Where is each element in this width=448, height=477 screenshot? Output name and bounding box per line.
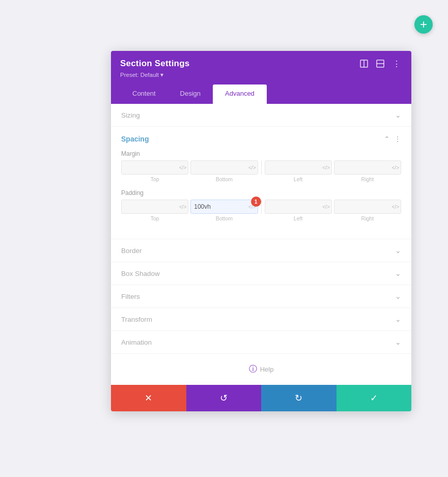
animation-title: Animation [121, 339, 152, 346]
panel-header-top: Section Settings ⋮ [120, 58, 402, 69]
transform-title: Transform [121, 316, 152, 323]
padding-right-input[interactable] [334, 200, 401, 214]
panel-body: Sizing ⌄ Spacing ⌃ ⋮ Margin [111, 104, 411, 385]
resize-icon[interactable] [358, 58, 370, 69]
margin-left-code-icon[interactable]: </> [322, 165, 329, 171]
margin-bottom-unit: </> Bottom [190, 160, 258, 182]
cancel-button[interactable]: ✕ [111, 385, 186, 411]
border-chevron-icon: ⌄ [395, 246, 401, 255]
margin-bottom-label: Bottom [216, 176, 233, 182]
padding-top-input[interactable] [121, 200, 188, 214]
margin-left-input-wrap: </> [265, 160, 332, 175]
box-shadow-section-row[interactable]: Box Shadow ⌄ [111, 262, 411, 285]
padding-right-unit: </> Right [334, 200, 401, 221]
redo-button[interactable]: ↻ [261, 385, 337, 411]
animation-section-row[interactable]: Animation ⌄ [111, 331, 411, 354]
panel-preset[interactable]: Preset: Default ▾ [120, 71, 402, 78]
margin-group: Margin </> Top </> [121, 150, 401, 182]
spacing-section: Spacing ⌃ ⋮ Margin </> Top [111, 127, 411, 239]
margin-top-input-wrap: </> [121, 160, 188, 175]
margin-left-unit: </> Left [265, 160, 332, 182]
tab-design[interactable]: Design [168, 85, 213, 104]
panel-title: Section Settings [120, 59, 189, 69]
animation-chevron-icon: ⌄ [395, 338, 401, 346]
padding-bottom-input[interactable] [190, 200, 258, 214]
save-icon: ✓ [370, 392, 378, 404]
help-row: ⓘ Help [111, 354, 411, 385]
padding-right-code-icon[interactable]: </> [392, 204, 399, 210]
cancel-icon: ✕ [145, 392, 152, 404]
margin-top-input[interactable] [121, 160, 188, 175]
padding-top-label: Top [151, 215, 159, 221]
padding-right-input-wrap: </> [334, 200, 401, 214]
padding-label: Padding [121, 189, 401, 197]
border-section-row[interactable]: Border ⌄ [111, 239, 411, 262]
spacing-title: Spacing [121, 135, 149, 143]
help-icon[interactable]: ⓘ [249, 364, 257, 375]
margin-right-input-wrap: </> [334, 160, 401, 175]
spacing-header-icons: ⌃ ⋮ [384, 135, 401, 143]
margin-fields-row: </> Top </> Bottom [121, 160, 401, 182]
margin-right-input[interactable] [334, 160, 401, 175]
footer-buttons: ✕ ↺ ↻ ✓ [111, 385, 411, 411]
tab-content[interactable]: Content [120, 85, 168, 104]
padding-left-code-icon[interactable]: </> [322, 204, 329, 210]
margin-right-label: Right [361, 176, 374, 182]
margin-right-code-icon[interactable]: </> [392, 165, 399, 171]
padding-top-input-wrap: </> [121, 200, 188, 214]
padding-bottom-badge: 1 [251, 197, 261, 207]
redo-icon: ↻ [295, 392, 302, 404]
border-title: Border [121, 247, 142, 255]
padding-top-unit: </> Top [121, 200, 188, 221]
spacing-collapse-icon[interactable]: ⌃ [384, 135, 390, 143]
plus-icon: + [420, 17, 427, 32]
more-icon[interactable]: ⋮ [391, 58, 402, 69]
box-shadow-title: Box Shadow [121, 270, 160, 277]
padding-bottom-input-wrap: </> 1 [190, 200, 258, 214]
filters-title: Filters [121, 293, 140, 300]
padding-right-label: Right [361, 215, 374, 221]
margin-label: Margin [121, 150, 401, 157]
padding-left-label: Left [294, 215, 303, 221]
padding-fields-row: </> Top </> 1 Bottom [121, 200, 401, 221]
margin-top-unit: </> Top [121, 160, 188, 182]
filters-section-row[interactable]: Filters ⌄ [111, 285, 411, 308]
undo-icon: ↺ [220, 392, 228, 404]
panel-header: Section Settings ⋮ Preset: Default ▾ [111, 51, 411, 104]
padding-divider [261, 200, 262, 214]
margin-bottom-code-icon[interactable]: </> [248, 165, 256, 171]
padding-group: Padding </> Top </> [121, 189, 401, 221]
sizing-section-row[interactable]: Sizing ⌄ [111, 104, 411, 127]
margin-right-unit: </> Right [334, 160, 401, 182]
fab-plus-button[interactable]: + [414, 15, 433, 34]
spacing-header: Spacing ⌃ ⋮ [121, 135, 401, 143]
settings-panel: Section Settings ⋮ Preset: Default ▾ [111, 51, 411, 411]
padding-left-input-wrap: </> [265, 200, 332, 214]
margin-divider [261, 160, 262, 175]
padding-left-unit: </> Left [265, 200, 332, 221]
sizing-title: Sizing [121, 111, 140, 119]
transform-chevron-icon: ⌄ [395, 315, 401, 323]
split-icon[interactable] [375, 58, 386, 69]
undo-button[interactable]: ↺ [186, 385, 262, 411]
tab-advanced[interactable]: Advanced [213, 85, 267, 104]
transform-section-row[interactable]: Transform ⌄ [111, 308, 411, 331]
margin-bottom-input[interactable] [190, 160, 258, 175]
margin-left-input[interactable] [265, 160, 332, 175]
spacing-more-icon[interactable]: ⋮ [394, 135, 401, 143]
margin-bottom-input-wrap: </> [190, 160, 258, 175]
tabs-container: Content Design Advanced [120, 85, 402, 104]
padding-top-code-icon[interactable]: </> [179, 204, 186, 210]
box-shadow-chevron-icon: ⌄ [395, 269, 401, 277]
padding-bottom-unit: </> 1 Bottom [190, 200, 258, 221]
margin-left-label: Left [294, 176, 303, 182]
margin-top-code-icon[interactable]: </> [179, 165, 186, 171]
save-button[interactable]: ✓ [337, 385, 412, 411]
margin-top-label: Top [151, 176, 159, 182]
sizing-chevron-icon: ⌄ [395, 111, 401, 119]
padding-left-input[interactable] [265, 200, 332, 214]
padding-bottom-label: Bottom [216, 215, 233, 221]
help-label[interactable]: Help [260, 366, 274, 373]
filters-chevron-icon: ⌄ [395, 292, 401, 300]
panel-header-icons: ⋮ [358, 58, 402, 69]
